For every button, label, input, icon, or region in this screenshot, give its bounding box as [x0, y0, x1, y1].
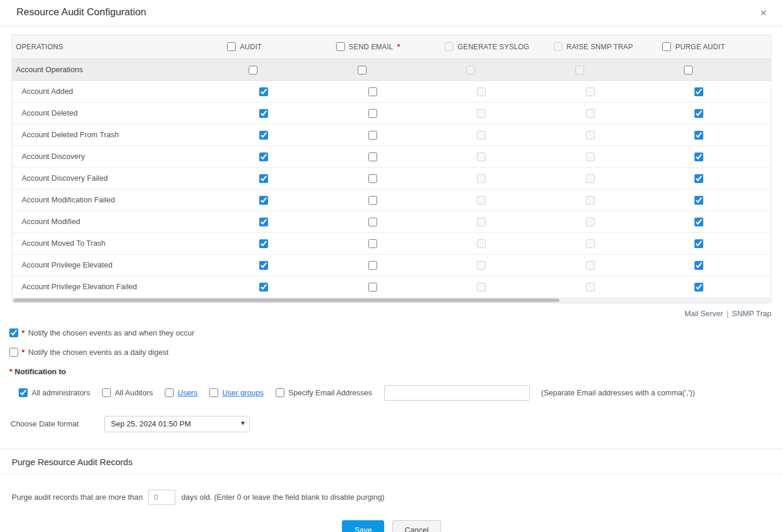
close-icon[interactable]: ×: [760, 7, 767, 18]
purge-days-input[interactable]: [148, 490, 175, 505]
generate-syslog-checkbox: [477, 239, 486, 248]
recipient-checkbox[interactable]: [102, 388, 111, 397]
group-label: Account Operations: [12, 59, 226, 80]
recipient-option: All Auditors: [102, 388, 153, 397]
operations-table: OPERATIONS AUDIT SEND EMAIL*: [12, 35, 771, 303]
raise-snmp-trap-checkbox: [586, 87, 595, 96]
operation-label: Account Added: [12, 80, 226, 102]
audit-checkbox[interactable]: [259, 153, 268, 161]
notify-digest-checkbox[interactable]: [9, 348, 18, 357]
audit-checkbox[interactable]: [259, 131, 268, 140]
snmp-trap-link[interactable]: SNMP Trap: [732, 309, 771, 318]
recipient-checkbox[interactable]: [209, 388, 218, 397]
operation-label: Account Modified: [12, 211, 226, 232]
group-raise-snmp-trap-checkbox: [575, 66, 584, 74]
notify-occur-checkbox[interactable]: [9, 328, 18, 337]
purge-audit-checkbox[interactable]: [694, 239, 703, 248]
recipient-label[interactable]: User groups: [222, 388, 264, 397]
required-asterisk: *: [9, 367, 12, 376]
purge-audit-checkbox[interactable]: [694, 196, 703, 205]
audit-checkbox[interactable]: [259, 174, 268, 183]
recipient-checkbox[interactable]: [165, 388, 174, 397]
audit-checkbox[interactable]: [259, 109, 268, 118]
recipient-option: All administrators: [19, 388, 90, 397]
purge-audit-checkbox[interactable]: [694, 153, 703, 161]
horizontal-scrollbar[interactable]: [12, 298, 771, 303]
recipient-option: Specify Email Addresses: [276, 388, 372, 397]
operations-tbody: Account Operations Account AddedAccount …: [12, 59, 771, 297]
send-email-checkbox[interactable]: [368, 218, 377, 226]
raise-snmp-trap-checkbox: [586, 153, 595, 161]
recipient-checkbox[interactable]: [276, 388, 284, 397]
recipient-label: All administrators: [32, 388, 90, 397]
date-format-select[interactable]: Sep 25, 2024 01:50 PM: [104, 416, 250, 432]
raise-snmp-trap-column-label: RAISE SNMP TRAP: [567, 43, 633, 51]
send-email-checkbox[interactable]: [368, 109, 377, 118]
raise-snmp-trap-checkbox: [586, 109, 595, 118]
audit-checkbox[interactable]: [259, 196, 268, 205]
operation-label: Account Discovery: [12, 145, 226, 167]
send-email-column-checkbox[interactable]: [336, 42, 345, 51]
operations-column-header: OPERATIONS: [12, 35, 226, 59]
audit-checkbox[interactable]: [259, 283, 268, 292]
email-addresses-input[interactable]: [384, 385, 530, 401]
notify-occur-label: Notify the chosen events as and when the…: [28, 328, 194, 337]
purge-audit-checkbox[interactable]: [694, 218, 703, 226]
table-row: Account Moved To Trash: [12, 232, 771, 254]
recipient-option: Users: [165, 388, 198, 397]
cancel-button[interactable]: Cancel: [392, 520, 440, 532]
purge-audit-checkbox[interactable]: [694, 283, 703, 292]
group-send-email-checkbox[interactable]: [358, 66, 367, 74]
operation-label: Account Privilege Elevation Failed: [12, 276, 226, 297]
generate-syslog-checkbox: [477, 153, 486, 161]
notification-to-heading: *Notification to: [9, 367, 783, 376]
purge-audit-column-label: PURGE AUDIT: [675, 43, 725, 51]
mail-server-link[interactable]: Mail Server: [684, 309, 723, 318]
purge-audit-column-checkbox[interactable]: [662, 42, 671, 51]
send-email-checkbox[interactable]: [368, 153, 377, 161]
group-audit-checkbox[interactable]: [249, 66, 257, 74]
raise-snmp-trap-checkbox: [586, 131, 595, 140]
purge-audit-checkbox[interactable]: [694, 261, 703, 270]
generate-syslog-checkbox: [477, 109, 486, 118]
required-asterisk: *: [22, 348, 25, 357]
send-email-checkbox[interactable]: [368, 283, 377, 292]
action-buttons: Save Cancel: [0, 520, 783, 532]
raise-snmp-trap-checkbox: [586, 239, 595, 248]
purge-audit-checkbox[interactable]: [694, 87, 703, 96]
audit-checkbox[interactable]: [259, 239, 268, 248]
send-email-checkbox[interactable]: [368, 87, 377, 96]
generate-syslog-checkbox: [477, 218, 486, 226]
email-hint: (Separate Email addresses with a comma('…: [541, 388, 695, 397]
operation-label: Account Discovery Failed: [12, 167, 226, 189]
purge-audit-checkbox[interactable]: [694, 131, 703, 140]
group-purge-audit-checkbox[interactable]: [684, 66, 693, 74]
required-asterisk: *: [22, 328, 25, 337]
purge-audit-checkbox[interactable]: [694, 174, 703, 183]
group-generate-syslog-checkbox: [466, 66, 475, 74]
raise-snmp-trap-checkbox: [586, 218, 595, 226]
table-row: Account Deleted: [12, 102, 771, 124]
generate-syslog-checkbox: [477, 196, 486, 205]
operation-label: Account Deleted: [12, 102, 226, 124]
table-row: Account Deleted From Trash: [12, 124, 771, 145]
purge-audit-checkbox[interactable]: [694, 109, 703, 118]
send-email-checkbox[interactable]: [368, 196, 377, 205]
audit-checkbox[interactable]: [259, 261, 268, 270]
audit-column-checkbox[interactable]: [227, 42, 236, 51]
audit-checkbox[interactable]: [259, 218, 268, 226]
send-email-checkbox[interactable]: [368, 131, 377, 140]
audit-checkbox[interactable]: [259, 87, 268, 96]
save-button[interactable]: Save: [342, 520, 384, 532]
send-email-checkbox[interactable]: [368, 239, 377, 248]
table-row: Account Discovery: [12, 145, 771, 167]
table-row: Account Privilege Elevated: [12, 254, 771, 276]
send-email-column-label: SEND EMAIL: [349, 43, 394, 51]
recipient-checkbox[interactable]: [19, 388, 28, 397]
generate-syslog-column-checkbox: [445, 42, 453, 51]
scrollbar-thumb[interactable]: [13, 299, 560, 302]
recipient-label[interactable]: Users: [178, 388, 198, 397]
raise-snmp-trap-checkbox: [586, 196, 595, 205]
send-email-checkbox[interactable]: [368, 261, 377, 270]
send-email-checkbox[interactable]: [368, 174, 377, 183]
